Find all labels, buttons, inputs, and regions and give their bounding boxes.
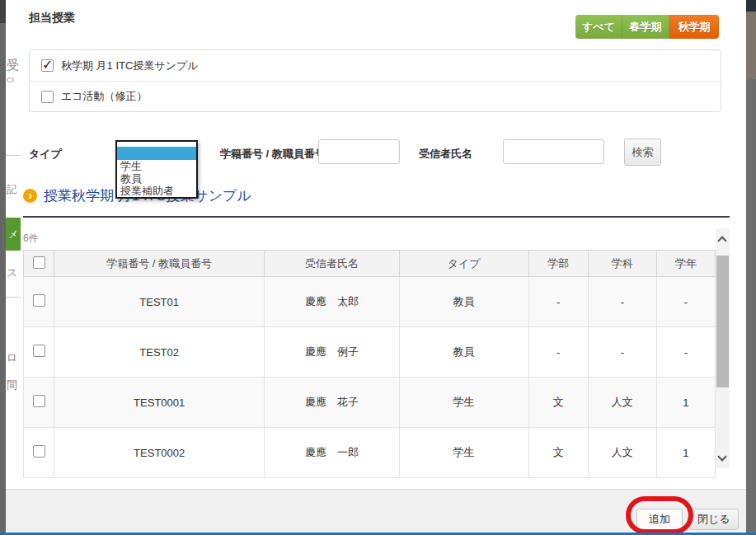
- filter-button-all[interactable]: すべて: [575, 15, 622, 39]
- cell-faculty: -: [528, 327, 588, 378]
- cell-year: -: [656, 277, 715, 327]
- cell-type: 学生: [399, 378, 528, 428]
- dropdown-option-teacher[interactable]: 教員: [117, 172, 196, 185]
- bg-fragment: CI: [7, 76, 14, 84]
- column-header-faculty: 学部: [528, 251, 588, 277]
- scroll-up-icon[interactable]: [717, 236, 726, 245]
- section-divider: [23, 216, 730, 218]
- bg-fragment: メ: [8, 228, 18, 242]
- row-checkbox-cell: [24, 327, 54, 378]
- cell-id: TEST0001: [54, 378, 265, 428]
- select-all-cell: [24, 251, 54, 277]
- cell-name: 慶應 花子: [265, 378, 399, 428]
- cell-name: 慶應 太郎: [265, 277, 399, 327]
- column-header-type: タイプ: [399, 251, 528, 277]
- row-checkbox[interactable]: [33, 395, 45, 407]
- checkbox-checked[interactable]: [41, 59, 54, 72]
- page-scrollbar-top: [746, 0, 756, 12]
- cell-type: 教員: [399, 277, 528, 327]
- bg-fragment: ロ: [7, 350, 17, 365]
- modal-title: 担当授業: [29, 11, 75, 26]
- table-row: TEST0002 慶應 一郎 学生 文 人文 1: [24, 428, 716, 478]
- checkbox-unchecked[interactable]: [41, 91, 54, 103]
- column-header-department: 学科: [588, 251, 656, 277]
- type-filter-label: タイプ: [29, 147, 62, 162]
- cell-year: -: [656, 327, 715, 378]
- class-label: エコ活動（修正）: [61, 89, 148, 104]
- dropdown-option-student[interactable]: 学生: [117, 160, 196, 172]
- cell-faculty: 文: [528, 428, 588, 478]
- cell-faculty: 文: [528, 378, 588, 428]
- table-header-row: 学籍番号 / 教職員番号 受信者氏名 タイプ 学部 学科 学年: [24, 251, 716, 277]
- bg-fragment: ス: [7, 265, 17, 280]
- bg-divider: [6, 155, 21, 156]
- class-list-item[interactable]: 秋学期 月1 ITC授業サンプル: [30, 50, 721, 81]
- cell-department: 人文: [588, 428, 656, 478]
- filter-button-fall[interactable]: 秋学期: [669, 15, 719, 39]
- bg-fragment: 受: [7, 58, 19, 73]
- type-dropdown-open[interactable]: 学生 教員 授業補助者: [115, 140, 198, 199]
- cell-name: 慶應 例子: [265, 327, 399, 378]
- search-button[interactable]: 検索: [624, 138, 661, 166]
- dropdown-option-assistant[interactable]: 授業補助者: [117, 185, 196, 197]
- column-header-id: 学籍番号 / 教職員番号: [54, 251, 265, 277]
- cell-year: 1: [656, 428, 715, 478]
- cell-faculty: -: [528, 277, 588, 327]
- id-filter-label: 学籍番号 / 教職員番号: [220, 147, 326, 162]
- background-page-sliver: 受 CI 記 メ ス ロ 間: [6, 0, 21, 489]
- scroll-down-icon[interactable]: [717, 452, 726, 461]
- column-header-name: 受信者氏名: [265, 251, 399, 277]
- bg-fragment: 間: [7, 378, 17, 392]
- select-all-checkbox[interactable]: [33, 256, 45, 269]
- name-filter-input[interactable]: [503, 139, 604, 164]
- cell-name: 慶應 一郎: [265, 428, 399, 478]
- table-row: TEST01 慶應 太郎 教員 - - -: [24, 277, 716, 327]
- row-checkbox[interactable]: [33, 294, 45, 307]
- row-checkbox-cell: [24, 378, 54, 428]
- cell-type: 学生: [399, 428, 528, 478]
- cell-id: TEST02: [54, 327, 265, 378]
- left-edge-strip: [0, 0, 6, 535]
- cell-department: 人文: [588, 378, 656, 428]
- recipients-table: 学籍番号 / 教職員番号 受信者氏名 タイプ 学部 学科 学年 TEST01 慶…: [23, 250, 716, 478]
- cell-department: -: [588, 277, 656, 327]
- class-label: 秋学期 月1 ITC授業サンプル: [61, 59, 199, 73]
- cell-id: TEST01: [54, 277, 265, 327]
- cell-department: -: [588, 327, 656, 378]
- modal-footer: [6, 489, 746, 533]
- semester-filter-group: すべて 春学期 秋学期: [575, 15, 719, 39]
- row-checkbox[interactable]: [33, 345, 45, 357]
- chevron-circle-icon: [23, 189, 37, 203]
- left-edge-strip-top: [0, 0, 6, 23]
- cell-year: 1: [656, 378, 715, 428]
- bg-sidebar-tab: メ: [6, 218, 21, 251]
- cell-id: TEST0002: [54, 428, 265, 478]
- name-filter-label: 受信者氏名: [419, 147, 472, 162]
- row-checkbox-cell: [24, 428, 54, 478]
- scrollbar-thumb[interactable]: [716, 256, 729, 387]
- row-checkbox-cell: [24, 277, 54, 327]
- cell-type: 教員: [399, 327, 528, 378]
- dropdown-option-blank-selected[interactable]: [117, 147, 196, 160]
- modal-dialog: 受 CI 記 メ ス ロ 間 担当授業 すべて 春学期 秋学期 秋学期 月1 I…: [0, 0, 756, 535]
- row-checkbox[interactable]: [33, 445, 45, 458]
- page-scrollbar[interactable]: [746, 0, 756, 535]
- bg-divider: [6, 297, 21, 298]
- class-list-item[interactable]: エコ活動（修正）: [30, 81, 721, 111]
- result-count: 6件: [23, 232, 39, 246]
- page-scrollbar-thumb[interactable]: [746, 12, 756, 79]
- table-row: TEST0001 慶應 花子 学生 文 人文 1: [24, 378, 716, 428]
- table-row: TEST02 慶應 例子 教員 - - -: [24, 327, 716, 378]
- filter-button-spring[interactable]: 春学期: [622, 15, 669, 39]
- id-filter-input[interactable]: [318, 139, 400, 164]
- add-button[interactable]: 追加: [636, 509, 683, 530]
- column-header-year: 学年: [656, 251, 715, 277]
- table-scrollbar[interactable]: [716, 229, 730, 468]
- close-button[interactable]: 閉じる: [689, 509, 739, 530]
- bg-fragment: 記: [7, 182, 17, 197]
- class-list: 秋学期 月1 ITC授業サンプル エコ活動（修正）: [29, 49, 721, 112]
